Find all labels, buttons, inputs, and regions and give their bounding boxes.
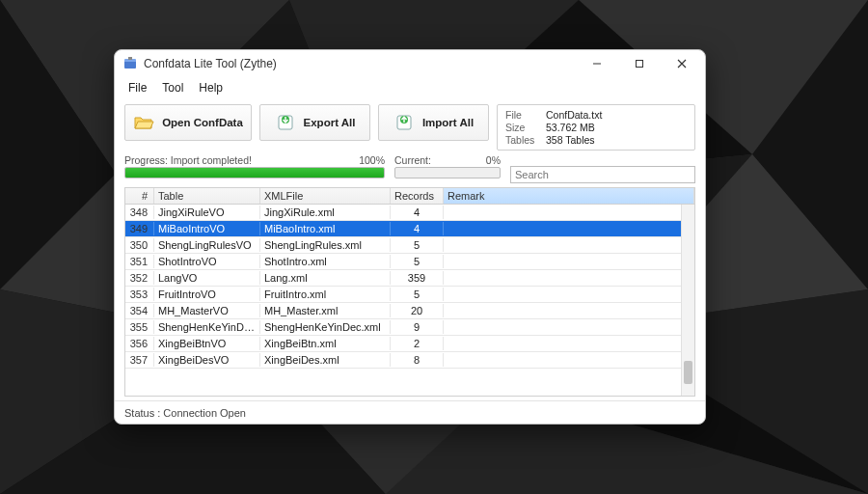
cell-remark — [444, 326, 694, 328]
window-title: Confdata Lite Tool (Zythe) — [144, 57, 576, 70]
cell-records: 5 — [391, 238, 444, 252]
current-label: Current: — [394, 154, 431, 166]
cell-remark — [444, 211, 694, 213]
cell-table: JingXiRuleVO — [154, 206, 260, 219]
toolbar: Open ConfData Export All Import All — [115, 98, 705, 154]
menu-help[interactable]: Help — [191, 79, 231, 96]
open-confdata-button[interactable]: Open ConfData — [124, 104, 252, 141]
cell-num: 353 — [125, 288, 154, 301]
cell-table: FruitIntroVO — [154, 288, 260, 301]
cell-xml: ShotIntro.xml — [260, 255, 391, 268]
import-all-button[interactable]: Import All — [378, 104, 489, 141]
info-size-value: 53.762 MB — [546, 122, 687, 133]
cell-remark — [444, 244, 694, 246]
info-tables-key: Tables — [505, 134, 546, 146]
info-file-key: File — [505, 109, 546, 121]
table-header: # Table XMLFile Records Remark — [125, 188, 694, 205]
current-pct: 0% — [486, 154, 501, 166]
maximize-button[interactable] — [618, 50, 661, 77]
cell-xml: XingBeiBtn.xml — [260, 337, 391, 350]
minimize-button[interactable] — [576, 50, 618, 77]
cell-records: 5 — [391, 255, 444, 268]
import-icon — [393, 112, 415, 133]
file-info-panel: File ConfData.txt Size 53.762 MB Tables … — [497, 104, 695, 151]
export-all-button[interactable]: Export All — [259, 104, 370, 141]
search-input[interactable] — [510, 166, 695, 183]
cell-table: LangVO — [154, 271, 260, 285]
svg-rect-22 — [637, 61, 643, 68]
progress-pct: 100% — [359, 154, 385, 166]
cell-num: 349 — [125, 222, 154, 235]
cell-num: 352 — [125, 271, 154, 285]
table-row[interactable]: 348JingXiRuleVOJingXiRule.xml4 — [125, 205, 694, 221]
cell-table: MH_MasterVO — [154, 304, 260, 317]
cell-num: 357 — [125, 353, 154, 367]
app-icon — [122, 56, 138, 71]
table-row[interactable]: 357XingBeiDesVOXingBeiDes.xml8 — [125, 352, 694, 369]
svg-rect-21 — [128, 57, 132, 60]
cell-records: 8 — [391, 353, 444, 367]
scrollbar-thumb[interactable] — [684, 361, 692, 384]
col-num[interactable]: # — [125, 188, 154, 204]
overall-progress-bar — [124, 167, 385, 178]
info-tables-value: 358 Tables — [546, 134, 687, 146]
progress-label: Progress: Import completed! — [124, 154, 252, 166]
menu-file[interactable]: File — [121, 79, 154, 96]
col-table[interactable]: Table — [154, 188, 260, 204]
cell-records: 4 — [391, 222, 444, 235]
cell-table: ShengHenKeYinDecVO — [154, 320, 260, 334]
menu-tool[interactable]: Tool — [154, 79, 191, 96]
import-all-label: Import All — [422, 117, 474, 128]
cell-remark — [444, 261, 694, 262]
cell-num: 354 — [125, 304, 154, 317]
cell-remark — [444, 310, 694, 312]
app-window: Confdata Lite Tool (Zythe) File Tool Hel… — [114, 49, 706, 425]
cell-table: XingBeiBtnVO — [154, 337, 260, 350]
cell-records: 9 — [391, 320, 444, 334]
cell-remark — [444, 343, 694, 344]
col-xml[interactable]: XMLFile — [260, 188, 391, 204]
cell-xml: JingXiRule.xml — [260, 206, 391, 219]
status-bar: Status : Connection Open — [115, 400, 705, 424]
cell-num: 356 — [125, 337, 154, 350]
close-button[interactable] — [661, 50, 703, 77]
cell-num: 350 — [125, 238, 154, 252]
cell-xml: Lang.xml — [260, 271, 391, 285]
titlebar[interactable]: Confdata Lite Tool (Zythe) — [115, 50, 705, 77]
cell-xml: MiBaoIntro.xml — [260, 222, 391, 235]
table-row[interactable]: 349MiBaoIntroVOMiBaoIntro.xml4 — [125, 221, 694, 237]
cell-xml: XingBeiDes.xml — [260, 353, 391, 367]
table-row[interactable]: 350ShengLingRulesVOShengLingRules.xml5 — [125, 237, 694, 254]
cell-table: XingBeiDesVO — [154, 353, 260, 367]
table-row[interactable]: 354MH_MasterVOMH_Master.xml20 — [125, 303, 694, 319]
table-row[interactable]: 351ShotIntroVOShotIntro.xml5 — [125, 254, 694, 270]
cell-records: 2 — [391, 337, 444, 350]
table-body: 348JingXiRuleVOJingXiRule.xml4349MiBaoIn… — [125, 205, 694, 396]
progress-row: Progress: Import completed! 100% Current… — [115, 154, 705, 185]
table-row[interactable]: 355ShengHenKeYinDecVOShengHenKeYinDec.xm… — [125, 319, 694, 336]
col-remark[interactable]: Remark — [444, 188, 694, 204]
menu-bar: File Tool Help — [115, 77, 705, 98]
cell-xml: FruitIntro.xml — [260, 288, 391, 301]
current-progress-bar — [394, 167, 501, 178]
export-all-label: Export All — [304, 117, 356, 128]
cell-table: ShotIntroVO — [154, 255, 260, 268]
table-row[interactable]: 356XingBeiBtnVOXingBeiBtn.xml2 — [125, 336, 694, 352]
cell-num: 355 — [125, 320, 154, 334]
cell-num: 348 — [125, 206, 154, 219]
svg-rect-19 — [124, 61, 136, 69]
cell-xml: ShengHenKeYinDec.xml — [260, 320, 391, 334]
data-table: # Table XMLFile Records Remark 348JingXi… — [124, 187, 695, 397]
cell-records: 5 — [391, 288, 444, 301]
table-row[interactable]: 352LangVOLang.xml359 — [125, 270, 694, 287]
cell-remark — [444, 293, 694, 295]
col-records[interactable]: Records — [391, 188, 444, 204]
cell-xml: MH_Master.xml — [260, 304, 391, 317]
table-row[interactable]: 353FruitIntroVOFruitIntro.xml5 — [125, 287, 694, 303]
export-icon — [275, 112, 296, 133]
vertical-scrollbar[interactable] — [681, 205, 694, 396]
cell-remark — [444, 228, 694, 230]
cell-records: 4 — [391, 206, 444, 219]
cell-table: MiBaoIntroVO — [154, 222, 260, 235]
cell-num: 351 — [125, 255, 154, 268]
